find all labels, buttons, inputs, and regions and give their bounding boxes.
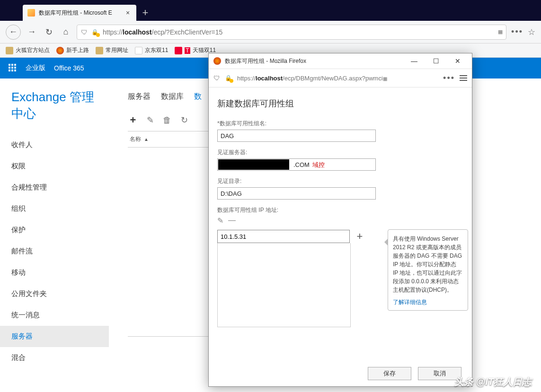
add-ip-button[interactable]: + bbox=[354, 230, 366, 243]
edition-label: 企业版 bbox=[26, 64, 45, 72]
minimize-button[interactable]: — bbox=[405, 54, 424, 68]
help-text: 具有使用 Windows Server 2012 R2 或更高版本的成员服务器的… bbox=[393, 235, 462, 293]
redacted-mask bbox=[218, 159, 289, 170]
bookmark-item[interactable]: 火狐官方站点 bbox=[6, 46, 50, 54]
app-launcher-icon[interactable] bbox=[9, 64, 17, 72]
sidebar-item-mailflow[interactable]: 邮件流 bbox=[0, 241, 109, 262]
watermark: 头条 @IT狂人日志 bbox=[454, 375, 532, 388]
dag-name-label: *数据库可用性组名: bbox=[217, 120, 463, 128]
bookmark-star-icon[interactable]: ☆ bbox=[528, 27, 535, 37]
remove-icon[interactable]: — bbox=[228, 216, 236, 225]
tab-favicon bbox=[27, 9, 35, 17]
sidebar-item-compliance[interactable]: 合规性管理 bbox=[0, 177, 109, 198]
delete-icon[interactable]: 🗑 bbox=[162, 115, 172, 125]
brand-label: Office 365 bbox=[54, 64, 84, 72]
folder-icon bbox=[96, 47, 103, 54]
tab-servers[interactable]: 服务器 bbox=[128, 92, 151, 102]
page-title: Exchange 管理中心 bbox=[11, 89, 98, 122]
bookmark-item[interactable]: 常用网址 bbox=[96, 46, 128, 54]
dag-name-input[interactable]: DAG bbox=[217, 130, 376, 142]
refresh-icon[interactable]: ↻ bbox=[179, 115, 189, 125]
ip-label: 数据库可用性组 IP 地址: bbox=[217, 206, 463, 214]
save-button[interactable]: 保存 bbox=[368, 367, 411, 380]
sidebar-item-mobile[interactable]: 移动 bbox=[0, 262, 109, 283]
home-button[interactable]: ⌂ bbox=[60, 26, 72, 38]
page-actions-icon[interactable]: ••• bbox=[443, 73, 455, 83]
firefox-icon bbox=[56, 47, 64, 54]
side-nav: 收件人 权限 合规性管理 组织 保护 邮件流 移动 公用文件夹 统一消息 服务器… bbox=[0, 134, 109, 368]
popup-titlebar[interactable]: 数据库可用性组 - Mozilla Firefox — ☐ ✕ bbox=[209, 53, 472, 69]
tab-dag[interactable]: 数 bbox=[194, 92, 202, 102]
menu-icon[interactable] bbox=[460, 75, 467, 81]
sidebar-item-publicfolders[interactable]: 公用文件夹 bbox=[0, 283, 109, 305]
reload-button[interactable]: ↻ bbox=[43, 26, 55, 38]
sidebar-item-protection[interactable]: 保护 bbox=[0, 219, 109, 241]
sidebar-item-permissions[interactable]: 权限 bbox=[0, 156, 109, 177]
witness-server-label: 见证服务器: bbox=[217, 148, 463, 157]
tab-databases[interactable]: 数据库 bbox=[161, 92, 184, 102]
popup-footer: 保存 取消 bbox=[209, 361, 472, 386]
sidebar-item-um[interactable]: 统一消息 bbox=[0, 305, 109, 326]
lock-warning-icon bbox=[225, 74, 232, 82]
popup-url-bar: 🛡 https://localhost/ecp/DBMgmt/NewDAG.as… bbox=[209, 69, 472, 87]
firefox-icon bbox=[213, 57, 221, 65]
back-button[interactable]: ← bbox=[6, 25, 21, 40]
edit-icon[interactable]: ✎ bbox=[145, 115, 155, 125]
sidebar-item-organization[interactable]: 组织 bbox=[0, 198, 109, 219]
bookmark-item[interactable]: 新手上路 bbox=[56, 46, 89, 54]
sidebar-item-recipients[interactable]: 收件人 bbox=[0, 134, 109, 156]
form-title: 新建数据库可用性组 bbox=[217, 98, 463, 109]
tmall-icon bbox=[175, 47, 182, 54]
shield-icon: 🛡 bbox=[81, 28, 88, 36]
bookmark-item[interactable]: 京东双11 bbox=[135, 46, 168, 54]
new-tab-button[interactable]: + bbox=[138, 6, 152, 20]
learn-more-link[interactable]: 了解详细信息 bbox=[393, 298, 463, 306]
shield-icon: 🛡 bbox=[213, 74, 220, 82]
witness-dir-input[interactable]: D:\DAG bbox=[217, 187, 376, 200]
witness-dir-label: 见证目录: bbox=[217, 177, 463, 185]
edit-icon[interactable]: ✎ bbox=[217, 216, 223, 225]
ip-input[interactable] bbox=[217, 230, 350, 243]
close-icon[interactable]: × bbox=[124, 9, 132, 17]
witness-note: 域控 bbox=[312, 161, 325, 169]
popup-url-text: https://localhost/ecp/DBMgmt/NewDAG.aspx… bbox=[237, 75, 438, 82]
folder-icon bbox=[6, 47, 13, 54]
help-callout: 具有使用 Windows Server 2012 R2 或更高版本的成员服务器的… bbox=[388, 229, 468, 311]
list-header[interactable]: 名称 ▲ bbox=[128, 131, 208, 148]
forward-button[interactable]: → bbox=[26, 26, 38, 38]
browser-nav-bar: ← → ↻ ⌂ 🛡 https://localhost/ecp/?ExchCli… bbox=[0, 21, 541, 44]
sidebar-item-hybrid[interactable]: 混合 bbox=[0, 347, 109, 368]
add-button[interactable]: + bbox=[128, 115, 138, 125]
sort-indicator-icon: ▲ bbox=[144, 137, 149, 142]
close-button[interactable]: ✕ bbox=[448, 54, 467, 68]
popup-title: 数据库可用性组 - Mozilla Firefox bbox=[225, 57, 306, 65]
maximize-button[interactable]: ☐ bbox=[426, 54, 445, 68]
url-bar[interactable]: 🛡 https://localhost/ecp/?ExchClientVer=1… bbox=[77, 25, 506, 40]
popup-window: 数据库可用性组 - Mozilla Firefox — ☐ ✕ 🛡 https:… bbox=[208, 53, 472, 387]
jd-icon bbox=[135, 47, 142, 54]
browser-tab[interactable]: 数据库可用性组 - Microsoft E × bbox=[23, 5, 136, 21]
lock-warning-icon bbox=[91, 28, 99, 36]
reader-icon[interactable]: ▦ bbox=[498, 29, 502, 35]
tab-title: 数据库可用性组 - Microsoft E bbox=[39, 9, 120, 17]
browser-tab-strip: 数据库可用性组 - Microsoft E × + bbox=[0, 0, 541, 21]
popup-content: 新建数据库可用性组 *数据库可用性组名: DAG 见证服务器: .COM 域控 … bbox=[209, 87, 472, 361]
column-name: 名称 bbox=[130, 135, 141, 143]
witness-server-input[interactable]: .COM 域控 bbox=[217, 158, 376, 171]
sidebar-item-servers[interactable]: 服务器 bbox=[0, 326, 109, 347]
url-text: https://localhost/ecp/?ExchClientVer=15 bbox=[103, 28, 494, 36]
page-actions-icon[interactable]: ••• bbox=[511, 27, 523, 37]
ip-listbox[interactable] bbox=[217, 243, 351, 327]
left-column: Exchange 管理中心 收件人 权限 合规性管理 组织 保护 邮件流 移动 … bbox=[0, 78, 109, 392]
